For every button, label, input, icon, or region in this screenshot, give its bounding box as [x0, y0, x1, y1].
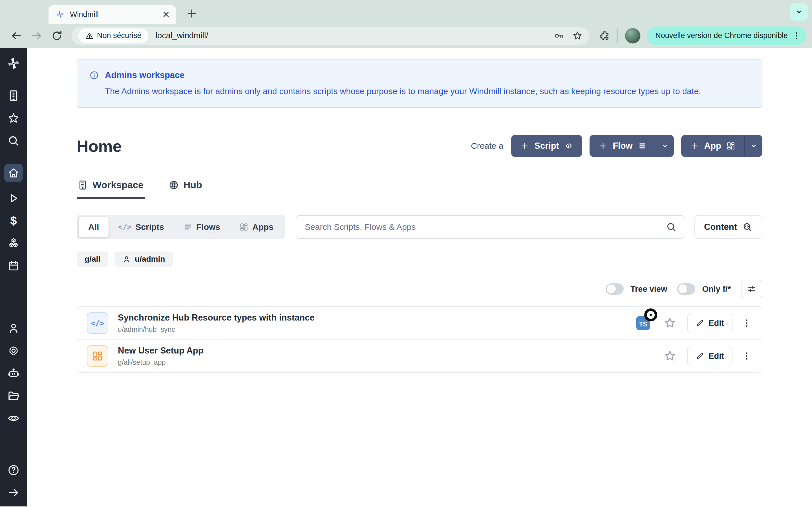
tab-search-button[interactable]: [790, 3, 808, 21]
help-icon[interactable]: [7, 464, 20, 476]
create-a-label: Create a: [471, 141, 503, 151]
search-box: [296, 215, 684, 239]
bookmark-star-icon[interactable]: [572, 31, 583, 41]
users-person-icon[interactable]: [7, 322, 20, 335]
type-filter-segmented: All </> Scripts Flows Apps: [77, 215, 285, 239]
filter-all[interactable]: All: [79, 217, 109, 237]
filter-scripts-label: Scripts: [135, 222, 164, 232]
tree-view-label: Tree view: [630, 284, 667, 294]
owner-chip-group-label: g/all: [85, 255, 100, 264]
app-type-icon: [87, 345, 108, 367]
create-app-label: App: [704, 141, 721, 151]
edit-button[interactable]: Edit: [687, 347, 732, 365]
browser-toolbar: Non sécurisé local_windmill/ Nouvelle ve…: [0, 24, 812, 48]
edit-button[interactable]: Edit: [687, 314, 732, 332]
security-chip[interactable]: Non sécurisé: [79, 29, 148, 43]
edit-button-label: Edit: [709, 319, 724, 328]
flow-dropdown-caret[interactable]: [656, 135, 674, 157]
flow-icon: [638, 142, 647, 151]
search-input[interactable]: [296, 215, 684, 239]
chrome-update-button[interactable]: Nouvelle version de Chrome disponible: [647, 26, 806, 45]
extensions-icon[interactable]: [599, 30, 610, 41]
resources-cubes-icon[interactable]: [7, 237, 20, 250]
security-label: Non sécurisé: [97, 31, 142, 40]
app-grid-icon: [726, 142, 735, 151]
settings-gear-icon[interactable]: [7, 344, 20, 357]
tab-workspace[interactable]: Workspace: [77, 179, 145, 199]
app-grid-icon: [239, 223, 248, 231]
sidebar-divider: [0, 78, 27, 79]
browser-tab[interactable]: Windmill: [49, 5, 176, 24]
plus-icon: [690, 142, 699, 151]
workspace-switcher-icon[interactable]: [7, 89, 20, 102]
schedules-calendar-icon[interactable]: [7, 260, 20, 272]
chrome-menu-kebab-icon[interactable]: [792, 31, 801, 41]
tree-view-toggle[interactable]: [606, 283, 624, 295]
pencil-icon: [696, 319, 704, 327]
password-key-icon[interactable]: [553, 31, 564, 41]
filter-scripts[interactable]: </> Scripts: [109, 217, 174, 237]
filter-flows-label: Flows: [196, 222, 220, 232]
plus-icon: [520, 142, 529, 151]
reload-icon[interactable]: [51, 30, 63, 42]
warning-icon: [85, 32, 94, 40]
close-tab-icon[interactable]: [162, 10, 170, 18]
loading-cursor: [644, 308, 657, 321]
create-app-button[interactable]: App: [681, 135, 762, 157]
item-menu-kebab-icon[interactable]: [741, 350, 752, 362]
chevron-down-icon: [661, 142, 670, 151]
list-item-app[interactable]: New User Setup App g/all/setup_app Edit: [77, 339, 762, 372]
list-item-script[interactable]: </> Synchronize Hub Resource types with …: [77, 307, 762, 339]
sidebar-item-home[interactable]: [4, 164, 23, 182]
expand-sidebar-arrow-icon[interactable]: [7, 486, 20, 499]
owner-chip-user[interactable]: u/admin: [114, 251, 173, 267]
workers-robot-icon[interactable]: [7, 367, 20, 380]
search-icon[interactable]: [7, 134, 20, 147]
filter-all-label: All: [88, 222, 99, 232]
favorite-star-icon[interactable]: [663, 317, 676, 330]
owner-chip-user-label: u/admin: [135, 255, 165, 264]
workspace-hub-tabs: Workspace Hub: [77, 179, 762, 199]
create-script-button[interactable]: Script: [511, 135, 582, 157]
tab-workspace-label: Workspace: [93, 179, 144, 190]
code-icon: [564, 142, 573, 151]
url-text[interactable]: local_windmill/: [156, 31, 208, 40]
profile-avatar[interactable]: [625, 28, 641, 44]
app-window: $: [0, 48, 812, 506]
filter-apps-label: Apps: [252, 222, 273, 232]
content-search-button[interactable]: Content: [695, 215, 762, 239]
item-menu-kebab-icon[interactable]: [741, 317, 752, 329]
search-icon[interactable]: [666, 221, 677, 233]
folders-icon[interactable]: [7, 389, 20, 402]
favorite-star-icon[interactable]: [663, 349, 676, 362]
item-title[interactable]: Synchronize Hub Resource types with inst…: [118, 313, 315, 323]
audit-eye-icon[interactable]: [7, 412, 20, 425]
only-f-toggle[interactable]: [677, 283, 695, 295]
item-list: </> Synchronize Hub Resource types with …: [77, 306, 762, 373]
variables-dollar-icon[interactable]: $: [7, 214, 20, 227]
forward-icon[interactable]: [31, 30, 43, 42]
new-tab-icon[interactable]: [186, 7, 198, 20]
filter-flows[interactable]: Flows: [174, 217, 230, 237]
person-icon: [122, 255, 131, 263]
create-flow-button[interactable]: Flow: [590, 135, 674, 157]
address-bar[interactable]: Non sécurisé local_windmill/: [71, 27, 590, 45]
flow-lines-icon: [183, 223, 192, 231]
filter-apps[interactable]: Apps: [230, 217, 283, 237]
owner-chip-group[interactable]: g/all: [77, 251, 108, 267]
back-icon[interactable]: [10, 30, 22, 42]
view-settings-button[interactable]: [741, 280, 762, 298]
admins-workspace-banner: Admins workspace The Admins workspace is…: [77, 59, 762, 108]
sliders-icon: [747, 284, 757, 294]
app-dropdown-caret[interactable]: [744, 135, 762, 157]
chrome-update-label: Nouvelle version de Chrome disponible: [655, 31, 788, 40]
info-icon: [89, 70, 99, 80]
favorites-star-icon[interactable]: [7, 112, 20, 125]
windmill-logo-icon[interactable]: [6, 55, 21, 71]
item-path: u/admin/hub_sync: [118, 325, 315, 334]
runs-play-icon[interactable]: [7, 192, 20, 205]
page-title: Home: [77, 136, 121, 156]
tab-hub[interactable]: Hub: [168, 179, 204, 199]
item-title[interactable]: New User Setup App: [118, 346, 204, 356]
chevron-down-icon: [749, 142, 758, 151]
